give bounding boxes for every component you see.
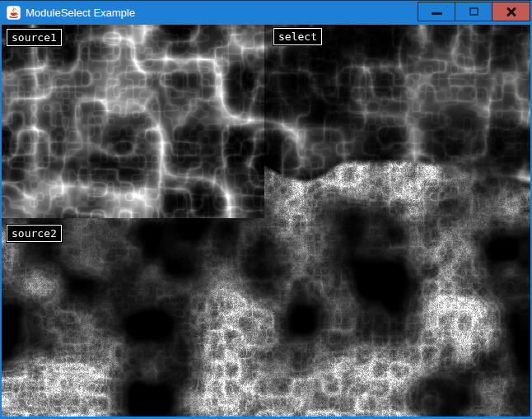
window-controls (418, 2, 530, 21)
label-source1: source1 (7, 29, 62, 46)
label-select: select (273, 28, 322, 45)
noise-render-canvas (2, 25, 530, 417)
maximize-button[interactable] (455, 2, 492, 21)
close-icon (506, 7, 516, 16)
minimize-button[interactable] (418, 2, 455, 21)
close-button[interactable] (492, 2, 530, 21)
maximize-icon (469, 7, 478, 16)
java-coffee-cup-icon (7, 6, 21, 20)
render-area: source1 select source2 (2, 25, 530, 417)
label-source2: source2 (7, 225, 62, 242)
titlebar[interactable]: ModuleSelect Example (0, 0, 532, 25)
app-window: ModuleSelect Example source1 select sour… (0, 0, 532, 419)
minimize-icon (432, 12, 442, 15)
window-title: ModuleSelect Example (26, 1, 135, 26)
